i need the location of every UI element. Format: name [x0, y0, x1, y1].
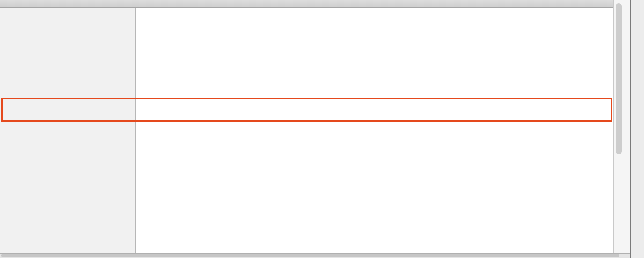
track-label-panel: [0, 8, 136, 253]
trace-viewer-window: [0, 0, 644, 258]
side-tab-strip: [630, 0, 644, 258]
close-icon[interactable]: [605, 0, 613, 7]
vertical-scrollbar-thumb[interactable]: [616, 3, 622, 154]
process-header[interactable]: [0, 0, 613, 8]
horizontal-scrollbar-thumb[interactable]: [1, 254, 619, 257]
